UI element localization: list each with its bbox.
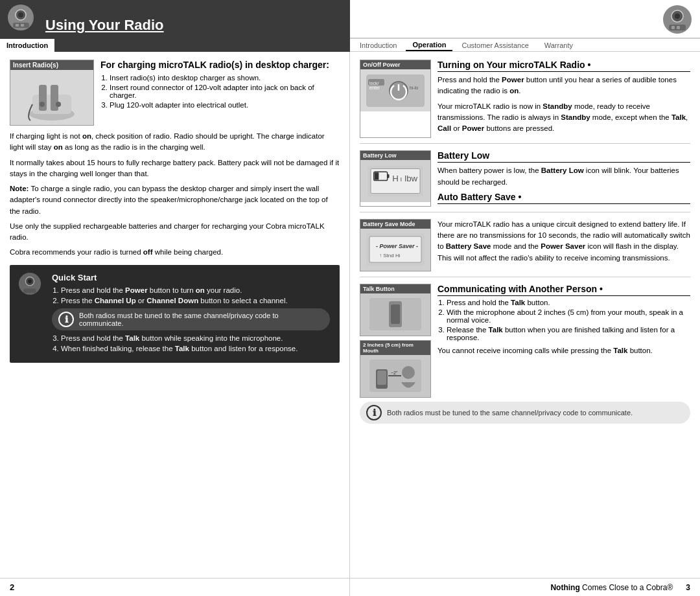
tab-introduction-left[interactable]: Introduction: [0, 39, 54, 52]
turning-on-section: On/Off Power lock/ enter hi-lo: [360, 60, 690, 144]
svg-rect-46: [377, 371, 386, 385]
quickstart-list-2: Press and hold the Talk button while spe…: [52, 334, 330, 352]
info-circle-icon-left: ℹ: [58, 312, 74, 327]
right-page: On/Off Power lock/ enter hi-lo: [350, 52, 700, 578]
auto-battery-save-body: Your microTALK radio has a unique circui…: [438, 219, 690, 264]
svg-point-20: [28, 279, 32, 283]
header-right-panel: [350, 0, 700, 39]
quickstart-title: Quick Start: [52, 273, 330, 282]
quickstart-info-text: Both radios must be tuned to the same ch…: [79, 312, 323, 327]
insert-step-2: Insert round connector of 120-volt adapt…: [110, 84, 340, 99]
insert-radios-label: Insert Radio(s): [10, 60, 93, 70]
info-circle-icon-right: ℹ: [366, 405, 382, 420]
charging-note-3: Note: To charge a single radio, you can …: [10, 183, 340, 217]
svg-text:enter: enter: [369, 86, 380, 90]
battery-save-label: Battery Save Mode: [360, 220, 430, 229]
communicating-info-text: Both radios must be tuned to the same ch…: [387, 409, 633, 417]
qs-step-4: When finished talking, release the Talk …: [61, 345, 330, 352]
communicating-top: Talk Button 2 Inches (5 cm) from Mouth: [360, 284, 690, 398]
insert-radios-steps: Insert radio(s) into desktop charger as …: [100, 74, 340, 109]
tab-operation[interactable]: Operation: [406, 40, 452, 51]
quickstart-list: Press and hold the Power button to turn …: [52, 286, 330, 304]
charging-note-2: It normally takes about 15 hours to full…: [10, 157, 340, 180]
footer-tagline-rest: Comes Close to a Cobra®: [580, 583, 673, 592]
svg-rect-21: [24, 288, 36, 293]
svg-rect-37: [369, 236, 421, 262]
talk-button-image: [360, 293, 430, 336]
qs-step-1: Press and hold the Power button to turn …: [61, 286, 330, 294]
communicating-steps: Press and hold the Talk button. With the…: [438, 299, 690, 341]
svg-rect-15: [51, 85, 58, 111]
quickstart-box: Quick Start Press and hold the Power but…: [10, 265, 340, 363]
svg-text:lock/: lock/: [369, 81, 379, 86]
insert-radios-label-box: Insert Radio(s): [10, 60, 94, 126]
turning-on-body2: Your microTALK radio is now in Standby m…: [438, 101, 690, 135]
turning-on-title: Turning on Your microTALK Radio: [438, 60, 690, 72]
insert-radios-section: Insert Radio(s): [10, 60, 340, 126]
insert-radios-title: For charging microTALK radio(s) in deskt…: [100, 60, 340, 70]
auto-battery-save-title: Auto Battery Save: [438, 192, 690, 204]
insert-step-1: Insert radio(s) into desktop charger as …: [110, 74, 340, 82]
insert-step-3: Plug 120-volt adapter into electrical ou…: [110, 101, 340, 109]
comm-step-3: Release the Talk button when you are fin…: [447, 326, 690, 341]
svg-point-16: [56, 102, 61, 107]
battery-save-label-box: Battery Save Mode - Power Saver - ↑ Stnd…: [360, 219, 431, 271]
svg-rect-32: [375, 172, 379, 179]
svg-rect-10: [671, 26, 675, 29]
svg-point-44: [402, 366, 415, 379]
battery-low-content: Battery Low When battery power is low, t…: [438, 150, 690, 207]
tab-warranty[interactable]: Warranty: [538, 40, 579, 51]
svg-rect-31: [388, 174, 390, 178]
talk-button-label: Talk Button: [360, 284, 430, 293]
footer-page-right: 3: [686, 583, 690, 592]
turning-on-body1: Press and hold the Power button until yo…: [438, 74, 690, 97]
svg-rect-4: [16, 24, 19, 27]
on-off-label: On/Off Power: [360, 60, 430, 69]
auto-battery-save-section: Battery Save Mode - Power Saver - ↑ Stnd…: [360, 219, 690, 277]
power-saver-image: - Power Saver - ↑ Stnd Hi: [360, 229, 430, 271]
battery-low-label-box: Battery Low H I lbw: [360, 150, 431, 207]
tab-introduction-right[interactable]: Introduction: [353, 40, 403, 51]
on-off-image: lock/ enter hi-lo: [360, 69, 430, 111]
charging-note-4: Use only the supplied rechargeable batte…: [10, 221, 340, 244]
communicating-body: You cannot receive incoming calls while …: [438, 345, 690, 356]
insert-radios-image: [10, 70, 93, 125]
svg-text:~2": ~2": [391, 371, 398, 375]
tab-customer-assistance[interactable]: Customer Assistance: [455, 40, 535, 51]
communicating-images: Talk Button 2 Inches (5 cm) from Mouth: [360, 284, 431, 398]
svg-rect-14: [39, 85, 47, 111]
logo-left: [6, 3, 36, 32]
footer: 2 Nothing Comes Close to a Cobra® 3: [0, 578, 700, 596]
svg-text:lbw: lbw: [404, 174, 417, 183]
svg-point-17: [40, 102, 45, 107]
svg-text:↑ Stnd Hi: ↑ Stnd Hi: [379, 253, 401, 258]
communicating-info-box: ℹ Both radios must be tuned to the same …: [360, 402, 690, 424]
logo-right: [661, 3, 694, 36]
footer-tagline-bold: Nothing Comes Close to a Cobra®: [550, 583, 673, 592]
turning-on-content: Turning on Your microTALK Radio Press an…: [438, 60, 690, 138]
comm-step-2: With the microphone about 2 inches (5 cm…: [447, 308, 690, 324]
charging-note-5: Cobra recommends your radio is turned of…: [10, 247, 340, 258]
svg-point-2: [18, 12, 23, 17]
svg-text:- Power Saver -: - Power Saver -: [376, 243, 418, 249]
nav-tabs-right: Introduction Operation Customer Assistan…: [350, 39, 700, 52]
svg-rect-11: [677, 26, 680, 29]
nav-tabs-left: Introduction: [0, 39, 350, 52]
battery-low-image: H I lbw: [360, 160, 430, 202]
battery-low-section: Battery Low H I lbw: [360, 150, 690, 212]
comm-step-1: Press and hold the Talk button.: [447, 299, 690, 306]
header-left-panel: Using Your Radio: [0, 0, 350, 39]
charging-note-1: If charging light is not on, check posit…: [10, 131, 340, 154]
left-page: Insert Radio(s): [0, 52, 350, 578]
svg-rect-42: [391, 304, 400, 324]
on-off-label-box: On/Off Power lock/ enter hi-lo: [360, 60, 431, 138]
talk-button-label-box: Talk Button: [360, 284, 431, 336]
svg-text:I: I: [401, 176, 402, 183]
quickstart-info-box: ℹ Both radios must be tuned to the same …: [52, 308, 330, 330]
auto-battery-save-content: Your microTALK radio has a unique circui…: [438, 219, 690, 271]
qs-step-2: Press the Channel Up or Channel Down but…: [61, 297, 330, 304]
battery-low-title: Battery Low: [438, 150, 690, 163]
svg-text:H: H: [392, 174, 399, 183]
svg-text:hi-lo: hi-lo: [410, 86, 418, 90]
footer-tagline: Nothing Comes Close to a Cobra® 3: [350, 579, 700, 596]
